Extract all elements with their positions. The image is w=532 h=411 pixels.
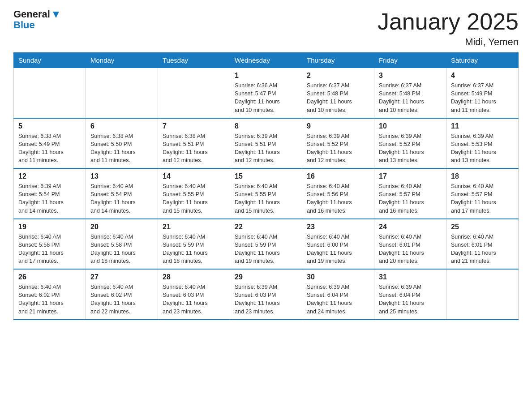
calendar-cell: 28Sunrise: 6:40 AM Sunset: 6:03 PM Dayli… [158,269,230,320]
day-info: Sunrise: 6:40 AM Sunset: 5:55 PM Dayligh… [235,182,297,215]
calendar-cell: 23Sunrise: 6:40 AM Sunset: 6:00 PM Dayli… [302,219,374,270]
day-number: 21 [163,223,225,231]
day-number: 13 [90,172,153,180]
day-info: Sunrise: 6:39 AM Sunset: 6:04 PM Dayligh… [307,283,369,316]
calendar-cell: 9Sunrise: 6:39 AM Sunset: 5:52 PM Daylig… [302,118,374,169]
calendar-cell: 6Sunrise: 6:38 AM Sunset: 5:50 PM Daylig… [86,118,158,169]
day-number: 10 [379,122,442,130]
header-tuesday: Tuesday [158,53,230,68]
day-info: Sunrise: 6:38 AM Sunset: 5:50 PM Dayligh… [90,132,153,165]
day-info: Sunrise: 6:39 AM Sunset: 5:54 PM Dayligh… [18,182,81,215]
day-info: Sunrise: 6:39 AM Sunset: 5:53 PM Dayligh… [451,132,514,165]
calendar-cell: 29Sunrise: 6:39 AM Sunset: 6:03 PM Dayli… [230,269,302,320]
calendar-title: January 2025 [378,9,519,34]
day-number: 29 [235,273,297,281]
day-info: Sunrise: 6:40 AM Sunset: 5:57 PM Dayligh… [451,182,514,215]
day-number: 12 [18,172,81,180]
day-number: 5 [18,122,81,130]
header-saturday: Saturday [446,53,519,68]
calendar-cell: 30Sunrise: 6:39 AM Sunset: 6:04 PM Dayli… [302,269,374,320]
logo-arrow-icon [51,10,61,20]
day-number: 3 [379,72,442,80]
day-info: Sunrise: 6:40 AM Sunset: 5:55 PM Dayligh… [163,182,225,215]
calendar-cell: 1Sunrise: 6:36 AM Sunset: 5:47 PM Daylig… [230,68,302,118]
day-number: 22 [235,223,297,231]
day-info: Sunrise: 6:38 AM Sunset: 5:51 PM Dayligh… [163,132,225,165]
day-info: Sunrise: 6:40 AM Sunset: 6:02 PM Dayligh… [90,283,153,316]
day-info: Sunrise: 6:39 AM Sunset: 5:51 PM Dayligh… [235,132,297,165]
day-number: 26 [18,273,81,281]
day-info: Sunrise: 6:40 AM Sunset: 6:01 PM Dayligh… [451,233,514,265]
day-number: 1 [235,72,297,80]
logo-text-blue: Blue [13,19,35,30]
day-info: Sunrise: 6:39 AM Sunset: 5:52 PM Dayligh… [307,132,369,165]
day-info: Sunrise: 6:37 AM Sunset: 5:49 PM Dayligh… [451,81,514,114]
day-info: Sunrise: 6:39 AM Sunset: 6:03 PM Dayligh… [235,283,297,316]
calendar-cell: 16Sunrise: 6:40 AM Sunset: 5:56 PM Dayli… [302,168,374,219]
calendar-cell: 18Sunrise: 6:40 AM Sunset: 5:57 PM Dayli… [446,168,519,219]
calendar-cell: 8Sunrise: 6:39 AM Sunset: 5:51 PM Daylig… [230,118,302,169]
calendar-cell: 25Sunrise: 6:40 AM Sunset: 6:01 PM Dayli… [446,219,519,270]
calendar-cell: 4Sunrise: 6:37 AM Sunset: 5:49 PM Daylig… [446,68,519,118]
calendar-cell: 27Sunrise: 6:40 AM Sunset: 6:02 PM Dayli… [86,269,158,320]
calendar-cell: 10Sunrise: 6:39 AM Sunset: 5:52 PM Dayli… [374,118,446,169]
day-info: Sunrise: 6:40 AM Sunset: 5:56 PM Dayligh… [307,182,369,215]
day-number: 11 [451,122,514,130]
day-info: Sunrise: 6:40 AM Sunset: 6:01 PM Dayligh… [379,233,442,265]
calendar-week-row: 12Sunrise: 6:39 AM Sunset: 5:54 PM Dayli… [14,168,519,219]
day-info: Sunrise: 6:36 AM Sunset: 5:47 PM Dayligh… [235,81,297,114]
calendar-cell [14,68,86,118]
day-number: 9 [307,122,369,130]
calendar-cell: 13Sunrise: 6:40 AM Sunset: 5:54 PM Dayli… [86,168,158,219]
day-number: 19 [18,223,81,231]
calendar-cell: 22Sunrise: 6:40 AM Sunset: 5:59 PM Dayli… [230,219,302,270]
header-monday: Monday [86,53,158,68]
calendar-cell: 12Sunrise: 6:39 AM Sunset: 5:54 PM Dayli… [14,168,86,219]
day-number: 2 [307,72,369,80]
calendar-cell: 14Sunrise: 6:40 AM Sunset: 5:55 PM Dayli… [158,168,230,219]
calendar-cell: 3Sunrise: 6:37 AM Sunset: 5:48 PM Daylig… [374,68,446,118]
day-number: 30 [307,273,369,281]
day-number: 16 [307,172,369,180]
day-info: Sunrise: 6:40 AM Sunset: 6:00 PM Dayligh… [307,233,369,265]
calendar-subtitle: Midi, Yemen [378,36,519,48]
calendar-cell: 17Sunrise: 6:40 AM Sunset: 5:57 PM Dayli… [374,168,446,219]
day-info: Sunrise: 6:40 AM Sunset: 5:58 PM Dayligh… [18,233,81,265]
day-number: 24 [379,223,442,231]
calendar-week-row: 5Sunrise: 6:38 AM Sunset: 5:49 PM Daylig… [14,118,519,169]
calendar-cell: 21Sunrise: 6:40 AM Sunset: 5:59 PM Dayli… [158,219,230,270]
calendar-cell [446,269,519,320]
day-number: 31 [379,273,442,281]
day-info: Sunrise: 6:40 AM Sunset: 5:59 PM Dayligh… [163,233,225,265]
header-sunday: Sunday [14,53,86,68]
day-number: 27 [90,273,153,281]
logo-text-general: General [13,9,50,20]
day-number: 8 [235,122,297,130]
day-number: 14 [163,172,225,180]
calendar-cell: 2Sunrise: 6:37 AM Sunset: 5:48 PM Daylig… [302,68,374,118]
calendar-cell: 26Sunrise: 6:40 AM Sunset: 6:02 PM Dayli… [14,269,86,320]
calendar-table: SundayMondayTuesdayWednesdayThursdayFrid… [13,52,519,320]
calendar-cell: 24Sunrise: 6:40 AM Sunset: 6:01 PM Dayli… [374,219,446,270]
day-number: 17 [379,172,442,180]
calendar-cell [158,68,230,118]
day-info: Sunrise: 6:40 AM Sunset: 6:03 PM Dayligh… [163,283,225,316]
header-friday: Friday [374,53,446,68]
title-block: January 2025 Midi, Yemen [378,9,519,48]
calendar-cell: 31Sunrise: 6:39 AM Sunset: 6:04 PM Dayli… [374,269,446,320]
calendar-cell: 11Sunrise: 6:39 AM Sunset: 5:53 PM Dayli… [446,118,519,169]
header-thursday: Thursday [302,53,374,68]
calendar-week-row: 19Sunrise: 6:40 AM Sunset: 5:58 PM Dayli… [14,219,519,270]
day-number: 7 [163,122,225,130]
day-number: 6 [90,122,153,130]
calendar-cell: 5Sunrise: 6:38 AM Sunset: 5:49 PM Daylig… [14,118,86,169]
day-info: Sunrise: 6:40 AM Sunset: 5:57 PM Dayligh… [379,182,442,215]
svg-marker-0 [53,12,59,18]
day-number: 25 [451,223,514,231]
day-info: Sunrise: 6:37 AM Sunset: 5:48 PM Dayligh… [379,81,442,114]
day-number: 23 [307,223,369,231]
calendar-cell [86,68,158,118]
calendar-cell: 15Sunrise: 6:40 AM Sunset: 5:55 PM Dayli… [230,168,302,219]
day-number: 20 [90,223,153,231]
calendar-cell: 7Sunrise: 6:38 AM Sunset: 5:51 PM Daylig… [158,118,230,169]
